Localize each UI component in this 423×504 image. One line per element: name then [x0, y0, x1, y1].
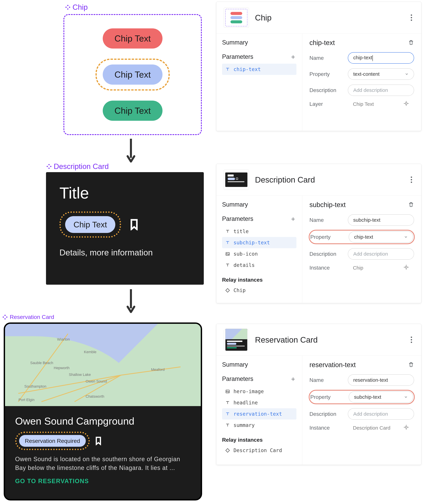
reservation-card: Wiarton Kemble Sauble Beach Hepworth Sha… — [4, 323, 202, 500]
property-select[interactable]: text-content — [348, 68, 414, 80]
hero-map-image: Wiarton Kemble Sauble Beach Hepworth Sha… — [5, 324, 201, 406]
parameter-item[interactable]: summary — [222, 420, 296, 431]
svg-point-11 — [405, 426, 407, 428]
name-label: Name — [309, 217, 342, 223]
description-label: Description — [309, 411, 342, 417]
svg-line-5 — [121, 367, 181, 375]
panel-details: chip-text Name chip-text Property text-c… — [302, 34, 421, 131]
summary-heading[interactable]: Summary — [222, 361, 296, 368]
name-label: Name — [309, 377, 342, 383]
instance-value: Chip — [348, 264, 414, 271]
add-parameter-button[interactable]: ＋ — [290, 214, 296, 223]
component-icon — [65, 4, 71, 10]
parameters-heading: Parameters — [222, 215, 253, 222]
parameter-item[interactable]: title — [222, 226, 296, 237]
detail-heading: reservation-text — [309, 361, 356, 369]
panel-more-menu[interactable] — [409, 336, 414, 343]
summary-heading[interactable]: Summary — [222, 201, 296, 208]
panel-details: subchip-text Name subchip-text Property … — [302, 196, 421, 303]
reservation-summary: Owen Sound is located on the southern sh… — [15, 455, 191, 472]
detail-heading: chip-text — [309, 39, 335, 47]
description-input[interactable]: Add description — [348, 84, 414, 96]
add-parameter-button[interactable]: ＋ — [290, 52, 296, 61]
property-label: Property — [309, 71, 342, 77]
parameter-item[interactable]: chip-text — [222, 64, 296, 75]
description-card: Title Chip Text Details, more informatio… — [46, 172, 204, 285]
chip-text: Chip Text — [73, 220, 107, 229]
property-select[interactable]: chip-text — [349, 231, 413, 243]
locate-instance-button[interactable] — [403, 424, 409, 431]
name-input[interactable]: chip-text — [348, 52, 414, 64]
chip-component-frame: Chip Text Chip Text Chip Text — [63, 14, 202, 135]
parameter-name: details — [233, 262, 255, 268]
delete-button[interactable] — [408, 39, 414, 46]
diamond-icon — [225, 448, 230, 453]
parameter-name: reservation-text — [233, 411, 282, 417]
bookmark-icon — [95, 436, 102, 445]
map-place: Hepworth — [54, 366, 70, 370]
bookmark-icon — [129, 219, 139, 230]
component-icon — [2, 314, 8, 320]
description-card-inspector-panel: Description Card Summary Parameters ＋ ti… — [216, 164, 421, 303]
reservation-chip: Reservation Required — [19, 435, 86, 447]
parameter-item[interactable]: subchip-text — [222, 237, 296, 248]
chip-selection-outline: Chip Text — [95, 59, 170, 90]
description-label: Description — [309, 251, 342, 257]
parameter-item[interactable]: hero-image — [222, 386, 296, 397]
chip-selection-outline: Reservation Required — [15, 432, 90, 450]
reservation-card-component-label: Reservation Card — [2, 314, 54, 320]
relay-instances-heading: Relay instances — [222, 277, 296, 283]
delete-button[interactable] — [408, 362, 414, 368]
relay-instance-item[interactable]: Chip — [222, 285, 296, 296]
parameter-item[interactable]: reservation-text — [222, 408, 296, 420]
chip-text: Chip Text — [114, 33, 151, 43]
image-icon — [225, 389, 230, 394]
reservation-headline: Owen Sound Campground — [15, 415, 191, 427]
chip-variant-red: Chip Text — [103, 28, 162, 48]
panel-more-menu[interactable] — [409, 176, 414, 183]
detail-heading: subchip-text — [309, 201, 346, 209]
description-label: Description — [309, 87, 342, 93]
add-parameter-button[interactable]: ＋ — [290, 374, 296, 384]
parameter-item[interactable]: sub-icon — [222, 248, 296, 259]
reservation-cta-link[interactable]: GO TO RESERVATIONS — [15, 478, 191, 485]
parameter-item[interactable]: details — [222, 259, 296, 271]
map-place: Wiarton — [57, 337, 70, 342]
image-icon — [225, 252, 230, 257]
map-place: Southampton — [24, 384, 46, 389]
description-input[interactable]: Add description — [348, 408, 414, 420]
delete-button[interactable] — [408, 202, 414, 208]
name-input[interactable]: reservation-text — [348, 374, 414, 386]
layer-value: Chip Text — [348, 101, 414, 108]
map-place: Kemble — [84, 350, 96, 354]
relay-instance-name: Description Card — [233, 447, 282, 453]
chip-text: Chip Text — [114, 70, 151, 80]
chevron-down-icon — [404, 235, 408, 239]
layer-label: Layer — [309, 101, 342, 107]
text-icon — [225, 411, 230, 416]
chip-component-label: Chip — [65, 3, 88, 12]
property-select[interactable]: subchip-text — [349, 391, 413, 403]
description-input[interactable]: Add description — [348, 248, 414, 260]
chip-panel-thumbnail — [224, 7, 249, 28]
relay-instance-item[interactable]: Description Card — [222, 445, 296, 456]
reservation-card-inspector-panel: Reservation Card Summary Parameters ＋ he… — [216, 324, 421, 465]
parameter-name: headline — [233, 400, 258, 406]
locate-layer-button[interactable] — [403, 101, 409, 108]
instance-value: Description Card — [348, 424, 414, 431]
parameter-item[interactable]: headline — [222, 397, 296, 408]
text-icon — [225, 67, 230, 72]
chip-selection-outline: Chip Text — [60, 211, 121, 238]
description-card-component-label: Description Card — [46, 162, 109, 171]
map-place: Port Elgin — [18, 398, 34, 402]
panel-sidebar: Summary Parameters ＋ hero-image headline… — [216, 356, 302, 465]
name-input[interactable]: subchip-text — [348, 214, 414, 226]
description-card-title: Title — [60, 184, 190, 202]
map-place: Meaford — [151, 367, 165, 372]
panel-more-menu[interactable] — [409, 14, 414, 21]
text-icon — [225, 240, 230, 245]
reservation-card-label-text: Reservation Card — [10, 314, 54, 320]
locate-instance-button[interactable] — [403, 264, 409, 271]
panel-details: reservation-text Name reservation-text P… — [302, 356, 421, 465]
summary-heading[interactable]: Summary — [222, 39, 296, 46]
